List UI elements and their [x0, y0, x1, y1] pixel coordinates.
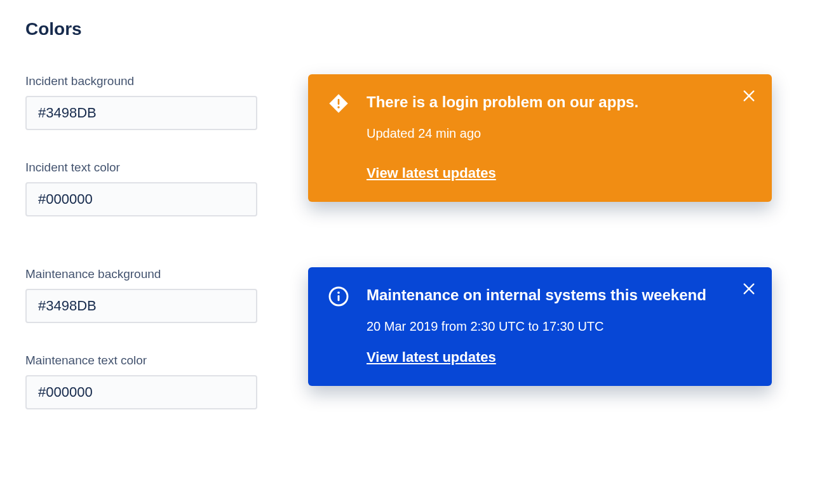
- maintenance-bg-label: Maintenance background: [25, 267, 257, 281]
- incident-bg-input[interactable]: [25, 96, 257, 130]
- incident-text-field: Incident text color: [25, 161, 257, 216]
- info-icon: [328, 286, 349, 307]
- incident-banner-link[interactable]: View latest updates: [367, 165, 496, 182]
- incident-close-button[interactable]: [740, 88, 758, 106]
- maintenance-text-field: Maintenance text color: [25, 354, 257, 409]
- maintenance-banner-subtitle: 20 Mar 2019 from 2:30 UTC to 17:30 UTC: [367, 319, 751, 334]
- svg-point-5: [337, 291, 340, 294]
- incident-banner-title: There is a login problem on our apps.: [367, 92, 751, 112]
- incident-banner-subtitle: Updated 24 min ago: [367, 126, 751, 141]
- svg-rect-6: [338, 295, 340, 301]
- incident-row: Incident background Incident text color …: [25, 74, 797, 216]
- incident-banner-content: There is a login problem on our apps. Up…: [367, 92, 751, 182]
- incident-fields: Incident background Incident text color: [25, 74, 257, 216]
- warning-icon: [328, 93, 349, 114]
- maintenance-fields: Maintenance background Maintenance text …: [25, 267, 257, 409]
- maintenance-text-label: Maintenance text color: [25, 354, 257, 368]
- svg-point-1: [337, 106, 339, 108]
- incident-bg-label: Incident background: [25, 74, 257, 88]
- maintenance-text-input[interactable]: [25, 375, 257, 409]
- maintenance-banner-link[interactable]: View latest updates: [367, 349, 496, 366]
- maintenance-bg-input[interactable]: [25, 289, 257, 323]
- maintenance-bg-field: Maintenance background: [25, 267, 257, 323]
- incident-text-input[interactable]: [25, 182, 257, 216]
- incident-bg-field: Incident background: [25, 74, 257, 130]
- close-icon: [742, 89, 756, 105]
- maintenance-banner: Maintenance on internal systems this wee…: [308, 267, 772, 386]
- maintenance-banner-content: Maintenance on internal systems this wee…: [367, 285, 751, 366]
- section-title: Colors: [25, 19, 797, 39]
- close-icon: [742, 282, 756, 298]
- incident-text-label: Incident text color: [25, 161, 257, 175]
- incident-banner: There is a login problem on our apps. Up…: [308, 74, 772, 202]
- maintenance-banner-title: Maintenance on internal systems this wee…: [367, 285, 751, 305]
- maintenance-close-button[interactable]: [740, 281, 758, 299]
- maintenance-row: Maintenance background Maintenance text …: [25, 267, 797, 409]
- svg-rect-0: [338, 99, 340, 105]
